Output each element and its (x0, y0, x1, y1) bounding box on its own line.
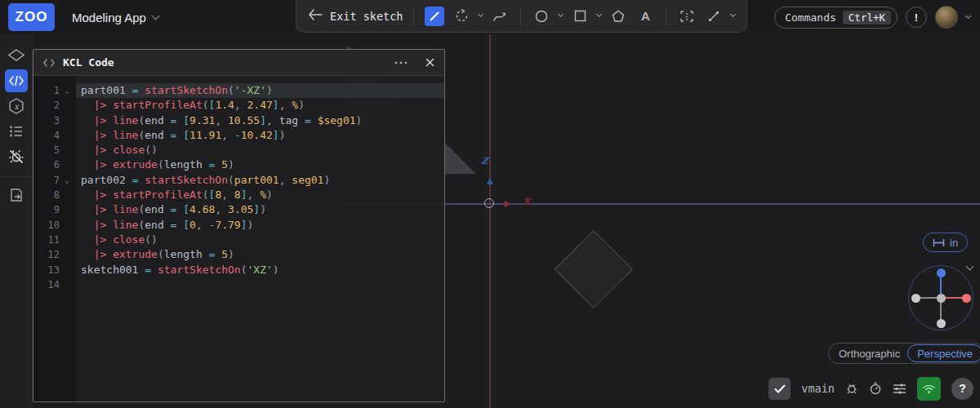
gizmo-center-handle[interactable] (937, 294, 946, 303)
code-text: |> extrude(length = 5) (76, 157, 444, 172)
commands-label: Commands (785, 11, 836, 24)
code-line[interactable]: 2 |> startProfileAt([1.4, 2.47], %) (33, 98, 444, 113)
arc-tool-chevron-icon[interactable] (478, 11, 483, 17)
line-number: 11 (33, 233, 76, 247)
gizmo-x-handle[interactable] (962, 294, 971, 303)
back-arrow-icon[interactable] (308, 9, 323, 24)
axis-x-arrow-icon (505, 201, 511, 207)
code-text: |> line(end = [11.91, -10.42]) (76, 128, 444, 143)
segment-tool-button[interactable] (704, 7, 724, 26)
code-line[interactable]: 14 (33, 277, 444, 292)
help-button[interactable]: ? (951, 378, 973, 400)
code-line[interactable]: 7⌄part002 = startSketchOn(part001, seg01… (33, 173, 444, 188)
panel-menu-icon[interactable] (394, 61, 408, 64)
code-line[interactable]: 5 |> close() (33, 143, 444, 157)
sidebar-item-kcl-code[interactable] (5, 69, 28, 92)
code-line[interactable]: 12 |> extrude(length = 5) (33, 247, 444, 262)
line-number: 13 (33, 263, 76, 277)
arc-icon (455, 9, 469, 23)
fold-chevron-icon[interactable]: ⌄ (60, 83, 74, 98)
code-line[interactable]: 13sketch001 = startSketchOn('XZ') (33, 263, 444, 277)
polygon-tool-button[interactable] (608, 7, 628, 26)
fold-spacer (60, 263, 74, 277)
fold-spacer (60, 113, 74, 128)
text-tool-button[interactable]: A (635, 7, 655, 26)
user-avatar[interactable] (935, 6, 958, 29)
perspective-option[interactable]: Perspective (907, 344, 980, 362)
code-line[interactable]: 11 |> close() (33, 233, 444, 247)
settings-button[interactable] (893, 383, 906, 395)
left-sidebar: x (0, 34, 33, 408)
sidebar-item-debug[interactable] (5, 145, 28, 168)
alert-icon: ! (915, 11, 918, 24)
code-line[interactable]: 9 |> line(end = [4.68, 3.05]) (33, 202, 444, 217)
orientation-gizmo[interactable] (908, 265, 973, 330)
segment-icon (707, 10, 720, 23)
sketch-origin-marker[interactable] (484, 198, 494, 208)
network-status-button[interactable] (917, 377, 941, 401)
code-line[interactable]: 6 |> extrude(length = 5) (33, 157, 444, 172)
fold-spacer (60, 202, 74, 217)
confirm-button[interactable] (768, 378, 791, 400)
fold-spacer (60, 143, 74, 157)
report-bug-button[interactable] (845, 382, 858, 395)
commands-button[interactable]: Commands Ctrl+K (774, 7, 898, 29)
circle-tool-chevron-icon[interactable] (558, 11, 564, 17)
line-number: 9 (33, 202, 76, 217)
code-line[interactable]: 3 |> line(end = [9.31, 10.55], tag = $se… (33, 113, 444, 128)
sidebar-item-export[interactable] (5, 184, 28, 206)
toolbar-divider (666, 7, 666, 25)
code-text: sketch001 = startSketchOn('XZ') (76, 263, 444, 277)
code-icon (43, 59, 55, 67)
fold-spacer (60, 233, 74, 247)
sketch-toolbar: Exit sketch A (296, 0, 747, 33)
code-editor[interactable]: 1⌄part001 = startSketchOn('-XZ')2 |> sta… (33, 76, 444, 401)
current-file-label[interactable]: vmain (801, 382, 835, 395)
text-tool-icon: A (641, 9, 650, 23)
code-line[interactable]: 1⌄part001 = startSketchOn('-XZ') (33, 83, 444, 98)
fold-chevron-icon[interactable]: ⌄ (60, 173, 74, 188)
sidebar-item-feature-tree[interactable] (5, 44, 28, 67)
code-line[interactable]: 10 |> line(end = [0, -7.79]) (33, 218, 444, 233)
rectangle-tool-chevron-icon[interactable] (596, 11, 602, 17)
line-tool-button[interactable] (425, 7, 444, 26)
segment-tool-chevron-icon[interactable] (730, 11, 736, 17)
header-right: Commands Ctrl+K ! (774, 0, 970, 34)
panel-title: KCL Code (63, 56, 114, 69)
app-menu-label: Modeling App (72, 11, 146, 24)
performance-button[interactable] (869, 382, 882, 395)
variables-icon: x (7, 97, 25, 115)
code-line[interactable]: 4 |> line(end = [11.91, -10.42]) (33, 128, 444, 143)
dimension-tool-button[interactable] (677, 7, 697, 26)
kcl-code-panel: KCL Code 1⌄part001 = startSketchOn('-XZ'… (33, 49, 445, 402)
units-button[interactable]: in (923, 233, 968, 252)
sidebar-item-logs[interactable] (5, 120, 28, 143)
app-menu[interactable]: Modeling App (72, 0, 158, 34)
zoo-logo[interactable]: ZOO (8, 3, 55, 31)
top-bar: ZOO Modeling App Exit sketch (0, 0, 980, 34)
exit-sketch-button[interactable]: Exit sketch (330, 10, 403, 23)
code-text (76, 277, 444, 292)
code-text: |> startProfileAt([8, 8], %) (76, 188, 444, 202)
code-line[interactable]: 8 |> startProfileAt([8, 8], %) (33, 188, 444, 202)
sketch-profile-shape[interactable] (555, 230, 633, 308)
spline-tool-button[interactable] (490, 7, 510, 26)
gizmo-down-handle[interactable] (937, 319, 946, 328)
circle-tool-button[interactable] (532, 7, 551, 26)
orthographic-option[interactable]: Orthographic (839, 348, 900, 360)
code-text: |> extrude(length = 5) (76, 247, 444, 262)
user-menu-chevron-icon[interactable] (965, 12, 971, 18)
alerts-button[interactable]: ! (906, 7, 927, 28)
rectangle-tool-button[interactable] (570, 7, 590, 26)
line-number: 7⌄ (33, 173, 76, 188)
code-text: part002 = startSketchOn(part001, seg01) (76, 173, 444, 188)
sketch-vertical-axis (489, 34, 491, 408)
bug-icon (845, 382, 858, 395)
gizmo-left-handle[interactable] (911, 294, 920, 303)
gizmo-z-handle[interactable] (937, 268, 946, 277)
zoo-logo-text: ZOO (16, 9, 48, 25)
sidebar-item-variables[interactable]: x (5, 95, 28, 118)
arc-tool-button[interactable] (452, 7, 471, 26)
line-icon (429, 11, 440, 22)
panel-close-icon[interactable] (425, 58, 434, 67)
